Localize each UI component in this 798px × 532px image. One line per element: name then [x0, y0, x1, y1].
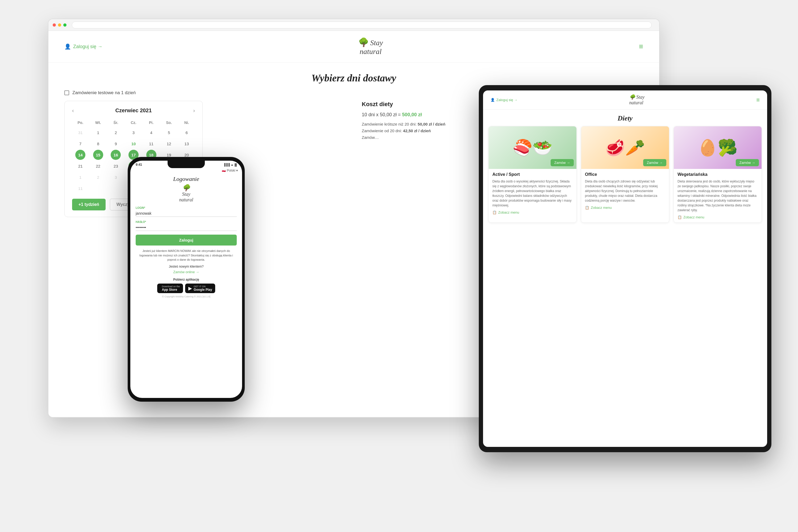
diet-card-img-2: 🥩🥕 Zamów →: [581, 126, 669, 169]
phone-login-title: Logowanie: [130, 173, 242, 184]
cal-dow-5: So.: [161, 119, 177, 126]
phone-login-btn[interactable]: Zaloguj: [136, 234, 237, 246]
diet-card-body-2: Office Dieta dla osób chcących zdrowo si…: [581, 169, 669, 213]
browser-dot-green: [63, 23, 66, 26]
wifi-icon: ▲: [231, 163, 233, 166]
phone-order-link[interactable]: Zamów online →: [136, 270, 237, 274]
menu-icon-2: 📋: [585, 206, 589, 210]
tablet-header: 👤 Zaloguj się → 🌳 Staynatural ≡: [483, 91, 767, 110]
cal-next-btn[interactable]: ›: [193, 108, 195, 114]
diet-card-vegetarian: 🥚🥦 Zamów → Wegetariańska Dieta skierowan…: [673, 126, 762, 223]
test-order-checkbox[interactable]: [64, 91, 69, 95]
cal-day[interactable]: 1: [75, 172, 86, 182]
see-menu-1[interactable]: 📋 Zobacz menu: [492, 210, 573, 214]
phone-device: 9:41 ▐▐▐ ▲ ▓ 🇵🇱 Polski ▾ Logowanie 🌳 Sta…: [128, 157, 245, 402]
calendar-header: ‹ Czerwiec 2021 ›: [72, 108, 195, 114]
cal-day[interactable]: 8: [93, 138, 103, 149]
cal-day[interactable]: 9: [111, 138, 121, 149]
cal-day[interactable]: 23: [111, 161, 121, 171]
diet-card-active-sport: 🍣🥗 Zamów → Active / Sport Dieta dla osób…: [488, 126, 577, 223]
diet-card-name-1: Active / Sport: [492, 172, 573, 177]
phone-time: 9:41: [136, 163, 142, 167]
cal-prev-btn[interactable]: ‹: [72, 108, 74, 114]
test-order-label: Zamówienie testowe na 1 dzień: [72, 90, 136, 95]
appstore-text: Download on the App Store: [162, 285, 180, 291]
cal-day[interactable]: 13: [182, 138, 192, 149]
google-play-icon: ▶: [188, 285, 192, 291]
cal-day[interactable]: 11: [75, 183, 86, 193]
tablet-login[interactable]: 👤 Zaloguj się →: [491, 98, 517, 102]
phone-tree-icon: 🌳: [130, 184, 242, 191]
phone-screen: 9:41 ▐▐▐ ▲ ▓ 🇵🇱 Polski ▾ Logowanie 🌳 Sta…: [130, 161, 242, 398]
cal-dow-3: Cz.: [125, 119, 142, 126]
header-login[interactable]: 👤 Zaloguj się →: [64, 43, 102, 50]
tablet-logo: 🌳 Staynatural: [629, 94, 645, 106]
menu-icon-3: 📋: [678, 215, 682, 219]
phone-form: LOGIN* HASŁO* Zaloguj Jesteś już kliente…: [130, 206, 242, 298]
diet-card-body-1: Active / Sport Dieta dla osób o wysokiej…: [489, 169, 576, 217]
phone-help-text: Jesteś już klientem MARCIN NOWAK ale nie…: [136, 249, 237, 262]
appstore-btn[interactable]: Download on the App Store: [157, 284, 183, 293]
phone-store-buttons: Download on the App Store ▶ GET IT ON Go…: [136, 284, 237, 293]
cal-day[interactable]: 5: [164, 128, 174, 137]
browser-dot-red: [53, 23, 56, 26]
cal-day[interactable]: 31: [75, 128, 86, 137]
order-btn-2[interactable]: Zamów →: [643, 159, 666, 166]
diet-card-office: 🥩🥕 Zamów → Office Dieta dla osób chcącyc…: [581, 126, 669, 223]
cal-day[interactable]: 11: [146, 138, 156, 149]
cost-main-price: 500,00 zł: [402, 112, 422, 117]
phone-login-label: LOGIN*: [136, 206, 237, 209]
cal-day[interactable]: 7: [75, 138, 86, 149]
tablet-user-icon: 👤: [491, 98, 495, 102]
cal-dow-2: Śr.: [108, 119, 124, 126]
diet-card-desc-2: Dieta dla osób chcących zdrowo się odżyw…: [585, 179, 665, 203]
see-menu-3[interactable]: 📋 Zobacz menu: [678, 215, 758, 219]
see-menu-2[interactable]: 📋 Zobacz menu: [585, 206, 665, 210]
cal-day[interactable]: 6: [182, 128, 192, 137]
hamburger-icon[interactable]: ≡: [639, 42, 643, 51]
cal-day[interactable]: 2: [93, 172, 103, 182]
appstore-small: Download on the: [162, 285, 180, 288]
cal-title: Czerwiec 2021: [115, 108, 152, 114]
cal-day[interactable]: 22: [93, 161, 103, 171]
tablet-login-label[interactable]: Zaloguj się →: [496, 98, 517, 102]
tablet-hamburger-icon[interactable]: ≡: [756, 97, 760, 103]
order-btn-3[interactable]: Zamów →: [736, 159, 759, 166]
menu-icon-1: 📋: [492, 210, 497, 214]
cal-dow-0: Po.: [72, 119, 89, 126]
phone-password-input[interactable]: [136, 224, 237, 231]
diet-card-name-2: Office: [585, 172, 665, 177]
cal-day[interactable]: 12: [164, 138, 174, 149]
cal-day[interactable]: 2: [111, 128, 121, 137]
phone-download-label: Pobierz aplikację: [136, 278, 237, 281]
cal-day[interactable]: 3: [129, 128, 138, 137]
tablet-device: 👤 Zaloguj się → 🌳 Staynatural ≡ Diety 🍣🥗…: [479, 85, 772, 452]
order-btn-1[interactable]: Zamów →: [551, 159, 574, 166]
googleplay-small: GET IT ON: [194, 285, 212, 288]
lang-label[interactable]: 🇵🇱 Polski ▾: [222, 169, 238, 172]
battery-icon: ▓: [234, 163, 237, 166]
googleplay-btn[interactable]: ▶ GET IT ON Google Play: [185, 284, 215, 293]
phone-new-client-label: Jesteś nowym klientem?: [136, 265, 237, 268]
cost-main-text: 10 dni x 50,00 zł =: [362, 112, 402, 117]
phone-login-input[interactable]: [136, 210, 237, 217]
signal-icon: ▐▐▐: [224, 163, 230, 166]
cal-day[interactable]: 21: [75, 161, 86, 171]
tablet-tree-icon: 🌳: [629, 94, 635, 100]
googleplay-text: GET IT ON Google Play: [194, 285, 212, 291]
cal-day[interactable]: 3: [111, 172, 121, 182]
phone-password-label: HASŁO*: [136, 221, 237, 224]
cal-day[interactable]: 14: [75, 150, 86, 160]
cal-day[interactable]: 10: [129, 138, 138, 149]
tablet-screen: 👤 Zaloguj się → 🌳 Staynatural ≡ Diety 🍣🥗…: [483, 91, 767, 447]
phone-lang-selector[interactable]: 🇵🇱 Polski ▾: [130, 168, 242, 173]
add-week-btn[interactable]: +1 tydzień: [72, 199, 106, 210]
browser-url[interactable]: [72, 22, 652, 28]
browser-bar: [49, 19, 659, 31]
tablet-page-title: Diety: [483, 110, 767, 126]
login-label[interactable]: Zaloguj się →: [73, 44, 102, 50]
cal-day[interactable]: 15: [93, 150, 103, 160]
cal-day[interactable]: 1: [93, 128, 103, 137]
cal-day[interactable]: 4: [146, 128, 156, 137]
cal-day[interactable]: 16: [111, 150, 121, 160]
